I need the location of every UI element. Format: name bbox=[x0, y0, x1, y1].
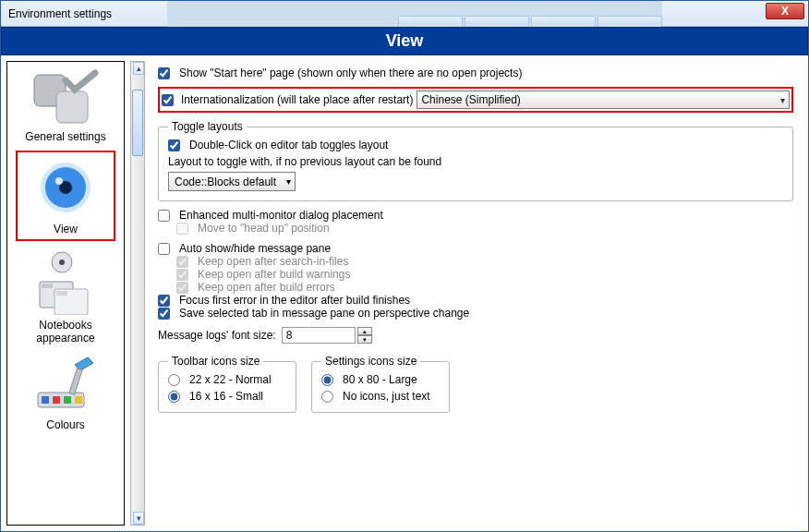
keep-warn-label: Keep open after build warnings bbox=[198, 268, 350, 281]
font-size-input[interactable] bbox=[282, 327, 356, 344]
show-start-label: Show "Start here" page (shown only when … bbox=[179, 66, 522, 79]
svg-rect-17 bbox=[69, 369, 82, 394]
palette-icon bbox=[29, 356, 103, 415]
keep-sif-checkbox bbox=[176, 256, 188, 268]
dblclick-label: Double-Click on editor tab toggles layou… bbox=[189, 139, 388, 151]
bg-tab bbox=[398, 16, 463, 27]
svg-rect-10 bbox=[42, 284, 53, 288]
i18n-row: Internationalization (will take place af… bbox=[158, 87, 793, 113]
i18n-label: Internationalization (will take place af… bbox=[181, 93, 413, 106]
tbi-22-label: 22 x 22 - Normal bbox=[189, 373, 272, 386]
svg-point-7 bbox=[59, 260, 65, 265]
enhanced-mm-label: Enhanced multi-monitor dialog placement bbox=[179, 209, 383, 222]
close-icon: X bbox=[781, 5, 789, 18]
settings-icons-legend: Settings icons size bbox=[321, 355, 420, 368]
save-tab-checkbox[interactable] bbox=[158, 308, 170, 320]
sidebar-item-view[interactable]: View bbox=[16, 151, 115, 241]
svg-rect-11 bbox=[56, 291, 67, 296]
page-header: View bbox=[1, 27, 808, 55]
svg-point-5 bbox=[55, 177, 63, 185]
sidebar-item-label: View bbox=[54, 223, 78, 236]
window-title: Environment settings bbox=[1, 7, 112, 20]
spin-up-icon[interactable]: ▴ bbox=[357, 327, 372, 335]
svg-rect-16 bbox=[75, 396, 82, 404]
sidebar-item-general[interactable]: General settings bbox=[16, 66, 115, 147]
keep-warn-checkbox bbox=[176, 269, 188, 281]
show-start-checkbox[interactable] bbox=[158, 67, 170, 79]
show-start-row: Show "Start here" page (shown only when … bbox=[158, 66, 793, 79]
sti-80-radio[interactable] bbox=[321, 374, 333, 386]
focus-err-label: Focus first error in the editor after bu… bbox=[179, 294, 410, 307]
font-size-spinner[interactable]: ▴ ▾ bbox=[282, 327, 372, 344]
bg-tab bbox=[531, 16, 596, 27]
toolbar-icons-legend: Toolbar icons size bbox=[168, 355, 263, 368]
vertical-scrollbar[interactable]: ▴ ▾ bbox=[130, 61, 145, 526]
scrollbar-thumb[interactable] bbox=[132, 90, 143, 156]
spin-down-icon[interactable]: ▾ bbox=[357, 335, 372, 344]
sidebar: General settings View bbox=[6, 61, 125, 526]
svg-rect-1 bbox=[56, 91, 88, 123]
content-panel: Show "Start here" page (shown only when … bbox=[145, 61, 803, 526]
tbi-22-radio[interactable] bbox=[168, 374, 180, 386]
gears-check-icon bbox=[29, 69, 103, 127]
sti-80-label: 80 x 80 - Large bbox=[343, 373, 417, 386]
i18n-value: Chinese (Simplified) bbox=[421, 93, 520, 106]
settings-icons-group: Settings icons size 80 x 80 - Large No i… bbox=[311, 355, 450, 413]
layout-combo[interactable]: Code::Blocks default bbox=[168, 172, 296, 191]
layout-combo-value: Code::Blocks default bbox=[175, 175, 276, 188]
i18n-checkbox[interactable] bbox=[162, 94, 174, 106]
sti-none-radio[interactable] bbox=[321, 391, 333, 403]
toggle-layouts-group: Toggle layouts Double-Click on editor ta… bbox=[158, 120, 793, 201]
tbi-16-radio[interactable] bbox=[168, 391, 180, 403]
bg-tab bbox=[465, 16, 529, 27]
auto-msg-checkbox[interactable] bbox=[158, 243, 170, 255]
tbi-16-label: 16 x 16 - Small bbox=[189, 390, 263, 403]
sidebar-item-label: General settings bbox=[25, 130, 105, 143]
keep-sif-label: Keep open after search-in-files bbox=[198, 255, 348, 268]
sti-none-label: No icons, just text bbox=[343, 390, 430, 403]
toggle-layouts-legend: Toggle layouts bbox=[168, 120, 247, 133]
font-size-label: Message logs' font size: bbox=[158, 329, 276, 342]
scroll-down-icon[interactable]: ▾ bbox=[133, 512, 144, 525]
auto-msg-label: Auto show/hide message pane bbox=[179, 242, 331, 255]
titlebar[interactable]: Environment settings X bbox=[1, 1, 808, 27]
toolbar-icons-group: Toolbar icons size 22 x 22 - Normal 16 x… bbox=[158, 355, 296, 413]
sidebar-item-label: Notebooks appearance bbox=[16, 319, 115, 345]
sidebar-item-colours[interactable]: Colours bbox=[16, 352, 115, 435]
keep-err-label: Keep open after build errors bbox=[198, 281, 335, 294]
save-tab-label: Save selected tab in message pane on per… bbox=[179, 307, 469, 320]
i18n-dropdown[interactable]: Chinese (Simplified) bbox=[417, 91, 790, 109]
svg-rect-13 bbox=[42, 396, 49, 404]
eye-icon bbox=[29, 156, 103, 219]
sidebar-item-notebooks[interactable]: Notebooks appearance bbox=[16, 245, 115, 348]
close-button[interactable]: X bbox=[766, 3, 804, 19]
scroll-up-icon[interactable]: ▴ bbox=[133, 62, 144, 75]
layout-toggle-label: Layout to toggle with, if no previous la… bbox=[168, 155, 441, 168]
enhanced-mm-checkbox[interactable] bbox=[158, 210, 170, 222]
notebooks-icon bbox=[29, 248, 103, 315]
svg-rect-15 bbox=[64, 396, 71, 404]
bg-tab bbox=[598, 16, 662, 27]
keep-err-checkbox bbox=[176, 282, 188, 294]
dblclick-checkbox[interactable] bbox=[168, 139, 180, 151]
svg-rect-14 bbox=[53, 396, 60, 404]
focus-err-checkbox[interactable] bbox=[158, 295, 170, 307]
headup-label: Move to "head up" position bbox=[198, 222, 330, 235]
headup-checkbox bbox=[176, 223, 188, 235]
sidebar-item-label: Colours bbox=[46, 418, 84, 431]
window: Environment settings X View General sett… bbox=[0, 0, 809, 532]
